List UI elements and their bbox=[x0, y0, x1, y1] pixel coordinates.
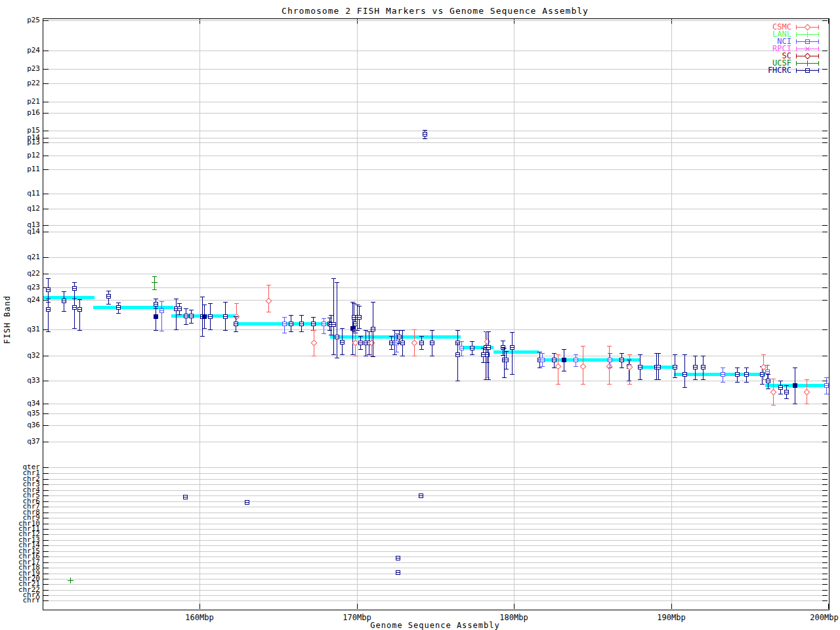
y-band-label: q11 bbox=[1, 190, 40, 196]
x-tick-label: 170Mbp bbox=[343, 613, 371, 622]
y-band-label: q23 bbox=[1, 284, 40, 290]
y-band-label: q21 bbox=[1, 254, 40, 260]
y-band-label: p11 bbox=[1, 166, 40, 172]
y-band-label: q31 bbox=[1, 326, 40, 332]
y-band-label: q37 bbox=[1, 438, 40, 444]
plot-border bbox=[43, 18, 830, 610]
y-band-label: p22 bbox=[1, 80, 40, 86]
y-band-label: q12 bbox=[1, 205, 40, 211]
x-tick-label: 200Mbp bbox=[810, 613, 838, 622]
y-band-label: p12 bbox=[1, 152, 40, 158]
x-tick-label: 160Mbp bbox=[185, 613, 213, 622]
y-band-label: p25 bbox=[1, 17, 40, 23]
y-band-label: q33 bbox=[1, 377, 40, 383]
chart-title: Chromosome 2 FISH Markers vs Genome Sequ… bbox=[0, 6, 840, 16]
y-band-label: p16 bbox=[1, 110, 40, 116]
x-tick-label: 180Mbp bbox=[499, 613, 528, 622]
y-band-label: q34 bbox=[1, 400, 40, 406]
y-band-label: q22 bbox=[1, 270, 40, 276]
y-band-label: p15 bbox=[1, 127, 40, 133]
y-band-label: p24 bbox=[1, 47, 40, 53]
fish-marker-chart: Chromosome 2 FISH Markers vs Genome Sequ… bbox=[0, 0, 840, 630]
y-band-label: chrY bbox=[1, 597, 40, 603]
y-band-label: q35 bbox=[1, 410, 40, 416]
y-band-label: p23 bbox=[1, 66, 40, 72]
y-band-label: q36 bbox=[1, 422, 40, 428]
y-band-label: p21 bbox=[1, 98, 40, 104]
y-band-label: q24 bbox=[1, 297, 40, 303]
y-band-label: q32 bbox=[1, 352, 40, 358]
x-tick-label: 190Mbp bbox=[657, 613, 685, 622]
y-band-label: q14 bbox=[1, 228, 40, 234]
x-axis-label: Genome Sequence Assembly bbox=[0, 621, 840, 630]
y-axis-label: FISH Band bbox=[3, 295, 12, 344]
y-band-label: p13 bbox=[1, 139, 40, 145]
